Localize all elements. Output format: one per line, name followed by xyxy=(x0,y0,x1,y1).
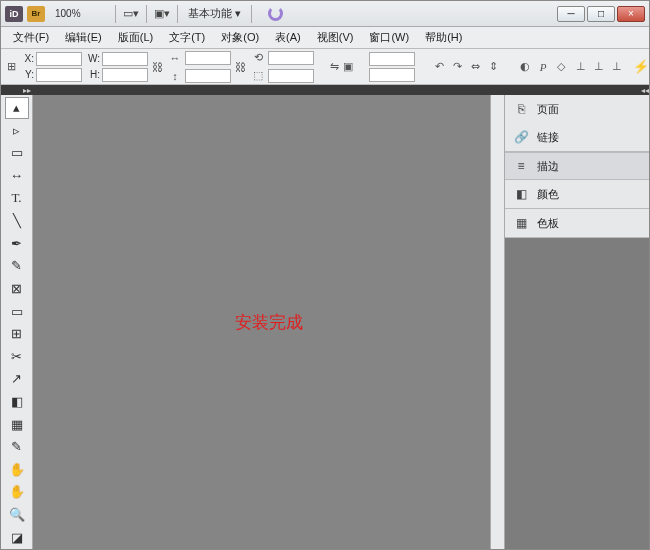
vertical-scrollbar[interactable] xyxy=(490,95,504,549)
links-icon: 🔗 xyxy=(513,130,529,144)
stroke-style-field[interactable] xyxy=(369,68,415,82)
color-icon: ◧ xyxy=(513,187,529,201)
panel-label: 描边 xyxy=(537,159,559,174)
line-tool[interactable]: ╲ xyxy=(5,210,29,232)
rotate-90-ccw-icon[interactable]: ↶ xyxy=(431,59,447,75)
panel-links[interactable]: 🔗 链接 xyxy=(505,123,649,151)
text-wrap-icon[interactable]: P xyxy=(535,59,551,75)
effects-icon[interactable]: ◐ xyxy=(517,59,533,75)
collapse-left-icon[interactable]: ▸▸ xyxy=(21,86,33,95)
menu-view[interactable]: 视图(V) xyxy=(309,28,362,47)
x-label: X: xyxy=(20,53,34,64)
note-tool[interactable]: ✎ xyxy=(5,436,29,458)
quick-apply-icon[interactable]: ⚡ xyxy=(633,58,649,76)
constrain-scale-icon[interactable]: ⛓ xyxy=(235,59,246,75)
scale-x-field[interactable] xyxy=(185,51,231,65)
selection-tool[interactable]: ▴ xyxy=(5,97,29,119)
rectangle-frame-tool[interactable]: ⊠ xyxy=(5,278,29,300)
canvas-message: 安装完成 xyxy=(235,311,303,334)
panel-swatches[interactable]: ▦ 色板 xyxy=(505,209,649,237)
pencil-tool[interactable]: ✎ xyxy=(5,255,29,277)
select-container-icon[interactable]: ▣ xyxy=(343,59,353,75)
panel-label: 链接 xyxy=(537,130,559,145)
swatches-icon: ▦ xyxy=(513,216,529,230)
free-transform-tool[interactable]: ↗ xyxy=(5,368,29,390)
separator xyxy=(177,5,178,23)
w-field[interactable] xyxy=(102,52,148,66)
menu-bar: 文件(F) 编辑(E) 版面(L) 文字(T) 对象(O) 表(A) 视图(V)… xyxy=(1,27,649,49)
type-tool[interactable]: T. xyxy=(5,187,29,209)
menu-type[interactable]: 文字(T) xyxy=(161,28,213,47)
title-bar: iD Br 100% ▭▾ ▣▾ 基本功能 ▾ ─ □ × xyxy=(1,1,649,27)
panel-pages[interactable]: ⎘ 页面 xyxy=(505,95,649,123)
maximize-button[interactable]: □ xyxy=(587,6,615,22)
collapse-right-icon[interactable]: ◂◂ xyxy=(639,86,650,95)
rectangle-tool[interactable]: ▭ xyxy=(5,300,29,322)
hand-tool[interactable]: ✋ xyxy=(5,481,29,503)
eyedropper-tool[interactable]: ✋ xyxy=(5,459,29,481)
h-field[interactable] xyxy=(102,68,148,82)
pen-tool[interactable]: ✒ xyxy=(5,233,29,255)
gap-tool[interactable]: ↔ xyxy=(5,165,29,187)
menu-object[interactable]: 对象(O) xyxy=(213,28,267,47)
align-icon-1[interactable]: ⊥ xyxy=(573,59,589,75)
constrain-icon[interactable]: ⛓ xyxy=(152,59,163,75)
align-icon-2[interactable]: ⊥ xyxy=(591,59,607,75)
menu-layout[interactable]: 版面(L) xyxy=(110,28,161,47)
screen-mode-icon[interactable]: ▣▾ xyxy=(153,5,171,23)
gradient-swatch-tool[interactable]: ◧ xyxy=(5,391,29,413)
panel-color[interactable]: ◧ 颜色 xyxy=(505,180,649,208)
menu-table[interactable]: 表(A) xyxy=(267,28,309,47)
panel-label: 颜色 xyxy=(537,187,559,202)
toolbox: ▴ ▹ ▭ ↔ T. ╲ ✒ ✎ ⊠ ▭ ⊞ ✂ ↗ ◧ ▦ ✎ ✋ ✋ 🔍 ◪ xyxy=(1,95,33,549)
panel-label: 色板 xyxy=(537,216,559,231)
page-tool[interactable]: ▭ xyxy=(5,142,29,164)
shear-icon: ⬚ xyxy=(250,68,266,84)
scale-x-icon: ↔ xyxy=(167,50,183,66)
h-label: H: xyxy=(86,69,100,80)
corner-options-icon[interactable]: ◇ xyxy=(553,59,569,75)
panel-dock-strip: ▸▸ ◂◂ xyxy=(1,85,649,95)
view-options-icon[interactable]: ▭▾ xyxy=(122,5,140,23)
w-label: W: xyxy=(86,53,100,64)
minimize-button[interactable]: ─ xyxy=(557,6,585,22)
direct-selection-tool[interactable]: ▹ xyxy=(5,120,29,142)
workspace-switcher[interactable]: 基本功能 ▾ xyxy=(188,6,241,21)
separator xyxy=(146,5,147,23)
menu-edit[interactable]: 编辑(E) xyxy=(57,28,110,47)
rotate-icon: ⟲ xyxy=(250,50,266,66)
gradient-feather-tool[interactable]: ▦ xyxy=(5,413,29,435)
stroke-icon: ≡ xyxy=(513,159,529,173)
fill-stroke-swap[interactable]: ◪ xyxy=(5,526,29,548)
scale-y-icon: ↕ xyxy=(167,68,183,84)
stroke-field[interactable] xyxy=(369,52,415,66)
bridge-icon[interactable]: Br xyxy=(27,6,45,22)
menu-file[interactable]: 文件(F) xyxy=(5,28,57,47)
zoom-level[interactable]: 100% xyxy=(55,8,103,19)
zoom-tool[interactable]: 🔍 xyxy=(5,504,29,526)
close-button[interactable]: × xyxy=(617,6,645,22)
app-logo-icon: iD xyxy=(5,6,23,22)
table-tool[interactable]: ⊞ xyxy=(5,323,29,345)
scissors-tool[interactable]: ✂ xyxy=(5,346,29,368)
rotate-field[interactable] xyxy=(268,51,314,65)
x-field[interactable] xyxy=(36,52,82,66)
busy-spinner-icon xyxy=(268,6,283,21)
pages-icon: ⎘ xyxy=(513,102,529,116)
rotate-90-cw-icon[interactable]: ↷ xyxy=(449,59,465,75)
menu-help[interactable]: 帮助(H) xyxy=(417,28,470,47)
y-label: Y: xyxy=(20,69,34,80)
reference-point-icon[interactable]: ⊞ xyxy=(7,59,16,75)
shear-field[interactable] xyxy=(268,69,314,83)
document-canvas[interactable]: 安装完成 xyxy=(33,95,504,549)
flip-vertical-icon[interactable]: ⇕ xyxy=(485,59,501,75)
flip-h-icon[interactable]: ⇋ xyxy=(330,59,339,75)
align-icon-3[interactable]: ⊥ xyxy=(609,59,625,75)
panel-stroke[interactable]: ≡ 描边 xyxy=(505,152,649,180)
y-field[interactable] xyxy=(36,68,82,82)
flip-horizontal-icon[interactable]: ⇔ xyxy=(467,59,483,75)
menu-window[interactable]: 窗口(W) xyxy=(361,28,417,47)
separator xyxy=(115,5,116,23)
control-bar: ⊞ X: Y: W: H: ⛓ ↔ ↕ ⛓ ⟲ ⬚ ⇋ ▣ ↶ ↷ xyxy=(1,49,649,85)
scale-y-field[interactable] xyxy=(185,69,231,83)
